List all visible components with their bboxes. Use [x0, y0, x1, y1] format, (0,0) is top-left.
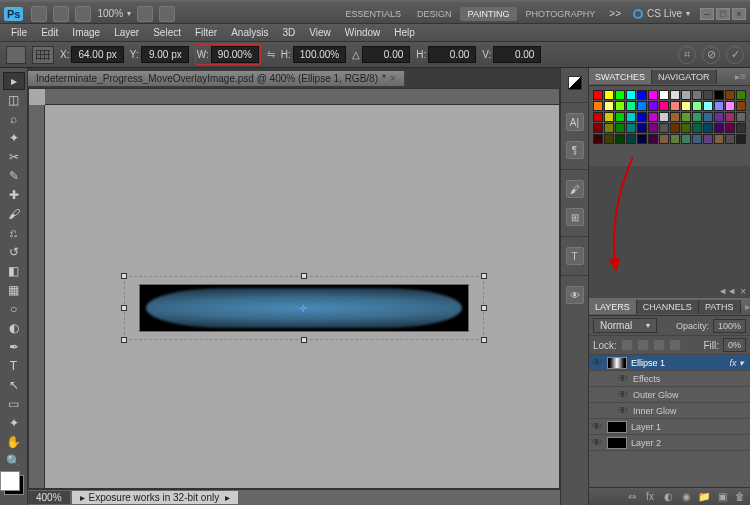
zoom-level-dropdown[interactable]: 100%: [97, 8, 131, 19]
swatch[interactable]: [736, 134, 746, 144]
swatch[interactable]: [659, 123, 669, 133]
visibility-toggle-icon[interactable]: 👁: [617, 373, 629, 384]
menu-image[interactable]: Image: [65, 25, 107, 40]
layer-name[interactable]: Layer 1: [631, 422, 661, 432]
reference-point-grid[interactable]: [32, 46, 54, 64]
bridge-icon[interactable]: [31, 6, 47, 22]
path-select-tool[interactable]: ↖: [3, 376, 25, 394]
swatch[interactable]: [615, 101, 625, 111]
paragraph-panel-icon[interactable]: ¶: [566, 141, 584, 159]
tab-navigator[interactable]: NAVIGATOR: [652, 70, 717, 84]
view-extras-icon[interactable]: [75, 6, 91, 22]
layer-effect-outer-glow[interactable]: 👁 Outer Glow: [589, 387, 750, 403]
swatch[interactable]: [615, 90, 625, 100]
lock-all-icon[interactable]: [669, 339, 681, 351]
canvas[interactable]: ✛: [28, 88, 560, 489]
commit-transform-icon[interactable]: ✓: [726, 46, 744, 64]
tab-swatches[interactable]: SWATCHES: [589, 70, 652, 84]
layer-effect-inner-glow[interactable]: 👁 Inner Glow: [589, 403, 750, 419]
cancel-transform-icon[interactable]: ⊘: [702, 46, 720, 64]
dodge-tool[interactable]: ◐: [3, 319, 25, 337]
y-input[interactable]: 9.00 px: [141, 46, 189, 63]
swatch[interactable]: [703, 101, 713, 111]
swatch[interactable]: [670, 134, 680, 144]
cslive-button[interactable]: CS Live ▾: [633, 8, 690, 19]
skew-h-input[interactable]: 0.00: [428, 46, 476, 63]
lock-position-icon[interactable]: [653, 339, 665, 351]
swatch[interactable]: [736, 101, 746, 111]
lock-transparency-icon[interactable]: [621, 339, 633, 351]
swatch[interactable]: [692, 101, 702, 111]
ruler-horizontal[interactable]: [45, 89, 559, 105]
swatch[interactable]: [604, 134, 614, 144]
swatch[interactable]: [626, 123, 636, 133]
tab-paths[interactable]: PATHS: [699, 300, 741, 314]
swatch[interactable]: [736, 90, 746, 100]
menu-edit[interactable]: Edit: [34, 25, 65, 40]
swatch[interactable]: [593, 123, 603, 133]
skew-v-input[interactable]: 0.00: [493, 46, 541, 63]
new-layer-icon[interactable]: ▣: [716, 491, 728, 503]
workspace-design[interactable]: DESIGN: [409, 7, 460, 21]
layer-name[interactable]: Layer 2: [631, 438, 661, 448]
swatch[interactable]: [659, 112, 669, 122]
warp-mode-icon[interactable]: ⌗: [678, 46, 696, 64]
swatch[interactable]: [615, 123, 625, 133]
transform-handle[interactable]: [481, 305, 487, 311]
swatch[interactable]: [637, 134, 647, 144]
stamp-tool[interactable]: ⎌: [3, 224, 25, 242]
minimize-button[interactable]: ─: [700, 8, 714, 20]
swatch[interactable]: [648, 101, 658, 111]
swatch[interactable]: [725, 134, 735, 144]
zoom-tool[interactable]: 🔍: [3, 452, 25, 470]
swatch[interactable]: [659, 134, 669, 144]
eyedropper-tool[interactable]: ✎: [3, 167, 25, 185]
transform-handle[interactable]: [481, 337, 487, 343]
swatch[interactable]: [725, 101, 735, 111]
layer-row-layer2[interactable]: 👁 Layer 2: [589, 435, 750, 451]
swatch[interactable]: [615, 112, 625, 122]
x-input[interactable]: 64.00 px: [71, 46, 123, 63]
opacity-input[interactable]: 100%: [713, 319, 746, 333]
layer-thumbnail[interactable]: [607, 421, 627, 433]
menu-help[interactable]: Help: [387, 25, 422, 40]
workspace-photography[interactable]: PHOTOGRAPHY: [517, 7, 603, 21]
swatch[interactable]: [670, 101, 680, 111]
swatch[interactable]: [604, 112, 614, 122]
menu-filter[interactable]: Filter: [188, 25, 224, 40]
transform-handle[interactable]: [121, 305, 127, 311]
crop-tool[interactable]: ✂: [3, 148, 25, 166]
visibility-toggle-icon[interactable]: 👁: [591, 437, 603, 448]
arrange-docs-icon[interactable]: [137, 6, 153, 22]
shape-tool[interactable]: ▭: [3, 395, 25, 413]
swatch[interactable]: [637, 112, 647, 122]
swatch[interactable]: [648, 90, 658, 100]
swatch[interactable]: [670, 123, 680, 133]
swatch[interactable]: [637, 123, 647, 133]
swatch[interactable]: [593, 90, 603, 100]
pen-tool[interactable]: ✒: [3, 338, 25, 356]
swatch[interactable]: [736, 123, 746, 133]
swatch[interactable]: [692, 90, 702, 100]
swatch[interactable]: [659, 101, 669, 111]
swatch[interactable]: [692, 123, 702, 133]
swatch[interactable]: [637, 90, 647, 100]
layer-thumbnail[interactable]: [607, 357, 627, 369]
swatch[interactable]: [681, 101, 691, 111]
swatches-panel-menu-icon[interactable]: ▸≡: [731, 71, 750, 82]
swatch[interactable]: [714, 123, 724, 133]
adjustment-layer-icon[interactable]: ◉: [680, 491, 692, 503]
layer-name[interactable]: Ellipse 1: [631, 358, 665, 368]
swatch[interactable]: [725, 90, 735, 100]
transform-bounding-box[interactable]: ✛: [124, 276, 484, 340]
menu-window[interactable]: Window: [338, 25, 388, 40]
swatch[interactable]: [626, 90, 636, 100]
document-tab[interactable]: Indeterminate_Progress_MoveOverlayImage.…: [28, 71, 405, 86]
blur-tool[interactable]: ○: [3, 300, 25, 318]
swatch[interactable]: [593, 101, 603, 111]
status-info[interactable]: ▸Exposure works in 32-bit only▸: [72, 491, 239, 504]
swatch[interactable]: [604, 90, 614, 100]
link-layers-icon[interactable]: ⇔: [626, 491, 638, 503]
reference-point-icon[interactable]: ✛: [299, 303, 309, 313]
swatch[interactable]: [637, 101, 647, 111]
